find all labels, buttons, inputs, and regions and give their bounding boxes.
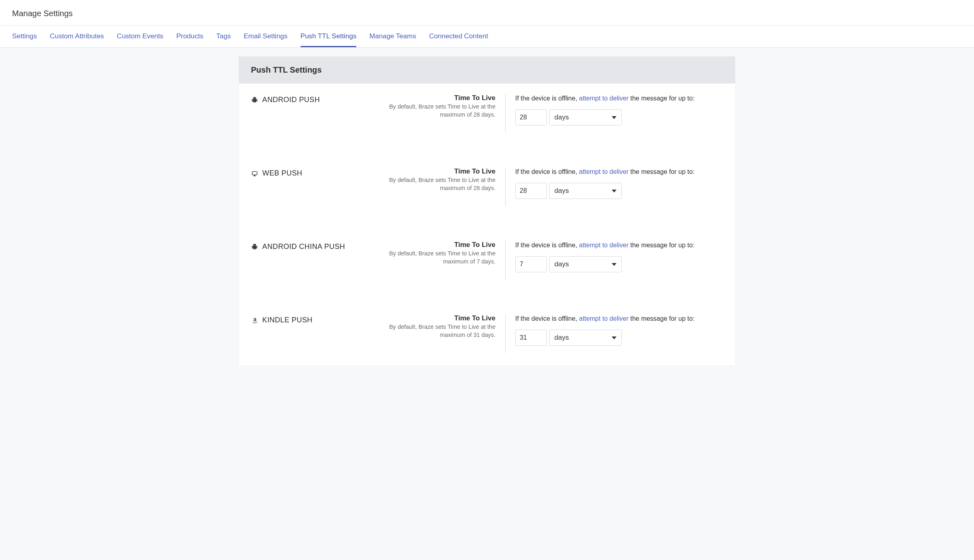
ttl-description: Time To Live By default, Braze sets Time… [388, 167, 505, 192]
platform-label: KINDLE PUSH [251, 314, 388, 324]
chevron-down-icon [612, 263, 617, 266]
amazon-icon [251, 317, 258, 324]
attempt-deliver-link[interactable]: attempt to deliver [579, 95, 629, 102]
tabs-bar: Settings Custom Attributes Custom Events… [0, 26, 974, 48]
ttl-default-text: By default, Braze sets Time to Live at t… [388, 103, 495, 119]
offline-prefix: If the device is offline, [515, 168, 579, 175]
platform-row-android-china: ANDROID CHINA PUSH Time To Live By defau… [239, 230, 735, 304]
tab-email-settings[interactable]: Email Settings [244, 26, 288, 47]
ttl-heading: Time To Live [388, 314, 495, 322]
divider [505, 241, 506, 280]
ttl-controls: If the device is offline, attempt to del… [515, 167, 723, 199]
platform-label: WEB PUSH [251, 167, 388, 178]
ttl-unit-select[interactable]: days [549, 183, 622, 199]
platform-row-android: ANDROID PUSH Time To Live By default, Br… [239, 84, 735, 157]
platform-row-web: WEB PUSH Time To Live By default, Braze … [239, 157, 735, 230]
ttl-unit-select[interactable]: days [549, 109, 622, 125]
ttl-input-row: days [515, 183, 723, 199]
ttl-default-text: By default, Braze sets Time to Live at t… [388, 176, 495, 192]
ttl-controls: If the device is offline, attempt to del… [515, 314, 723, 346]
tab-settings[interactable]: Settings [12, 26, 37, 47]
android-icon [251, 96, 258, 104]
offline-text: If the device is offline, attempt to del… [515, 95, 723, 102]
chevron-down-icon [612, 336, 617, 339]
ttl-input-row: days [515, 256, 723, 272]
ttl-input-row: days [515, 109, 723, 125]
web-icon [251, 170, 258, 177]
offline-prefix: If the device is offline, [515, 242, 579, 249]
ttl-unit-select[interactable]: days [549, 330, 622, 346]
tab-products[interactable]: Products [176, 26, 203, 47]
tab-connected-content[interactable]: Connected Content [429, 26, 488, 47]
offline-text: If the device is offline, attempt to del… [515, 315, 723, 322]
ttl-description: Time To Live By default, Braze sets Time… [388, 241, 505, 265]
android-icon [251, 243, 258, 251]
offline-suffix: the message for up to: [629, 242, 695, 249]
ttl-unit-label: days [554, 113, 569, 121]
ttl-controls: If the device is offline, attempt to del… [515, 241, 723, 272]
platform-name: ANDROID PUSH [262, 96, 320, 104]
platform-row-kindle: KINDLE PUSH Time To Live By default, Bra… [239, 304, 735, 365]
platform-name: WEB PUSH [262, 169, 302, 178]
divider [505, 167, 506, 206]
divider [505, 314, 506, 353]
offline-prefix: If the device is offline, [515, 315, 579, 322]
attempt-deliver-link[interactable]: attempt to deliver [579, 315, 629, 322]
ttl-description: Time To Live By default, Braze sets Time… [388, 314, 505, 339]
ttl-value-input[interactable] [515, 183, 547, 199]
tab-manage-teams[interactable]: Manage Teams [369, 26, 416, 47]
ttl-unit-label: days [554, 260, 569, 268]
divider [505, 94, 506, 133]
offline-text: If the device is offline, attempt to del… [515, 168, 723, 176]
ttl-controls: If the device is offline, attempt to del… [515, 94, 723, 125]
page-title: Manage Settings [12, 9, 962, 18]
platform-label: ANDROID PUSH [251, 94, 388, 104]
platform-label: ANDROID CHINA PUSH [251, 241, 388, 251]
offline-text: If the device is offline, attempt to del… [515, 242, 723, 249]
offline-prefix: If the device is offline, [515, 95, 579, 102]
tab-push-ttl-settings[interactable]: Push TTL Settings [301, 26, 357, 47]
ttl-heading: Time To Live [388, 167, 495, 176]
ttl-default-text: By default, Braze sets Time to Live at t… [388, 323, 495, 339]
tab-tags[interactable]: Tags [216, 26, 231, 47]
platform-name: ANDROID CHINA PUSH [262, 242, 345, 251]
offline-suffix: the message for up to: [629, 315, 695, 322]
offline-suffix: the message for up to: [629, 95, 695, 102]
ttl-heading: Time To Live [388, 94, 495, 102]
offline-suffix: the message for up to: [629, 168, 695, 175]
page-header: Manage Settings [0, 0, 974, 26]
ttl-heading: Time To Live [388, 241, 495, 249]
panel-title: Push TTL Settings [251, 65, 723, 75]
ttl-value-input[interactable] [515, 109, 547, 125]
ttl-description: Time To Live By default, Braze sets Time… [388, 94, 505, 119]
ttl-value-input[interactable] [515, 330, 547, 346]
panel: Push TTL Settings ANDROID PUSH Time To L… [239, 56, 735, 365]
platform-name: KINDLE PUSH [262, 316, 312, 324]
chevron-down-icon [612, 190, 617, 192]
tab-custom-attributes[interactable]: Custom Attributes [50, 26, 104, 47]
chevron-down-icon [612, 116, 617, 119]
tab-custom-events[interactable]: Custom Events [117, 26, 163, 47]
ttl-input-row: days [515, 330, 723, 346]
ttl-default-text: By default, Braze sets Time to Live at t… [388, 250, 495, 265]
ttl-unit-label: days [554, 187, 569, 195]
ttl-value-input[interactable] [515, 256, 547, 272]
attempt-deliver-link[interactable]: attempt to deliver [579, 242, 629, 249]
ttl-unit-select[interactable]: days [549, 256, 622, 272]
panel-header: Push TTL Settings [239, 56, 735, 84]
ttl-unit-label: days [554, 334, 569, 342]
attempt-deliver-link[interactable]: attempt to deliver [579, 168, 629, 175]
